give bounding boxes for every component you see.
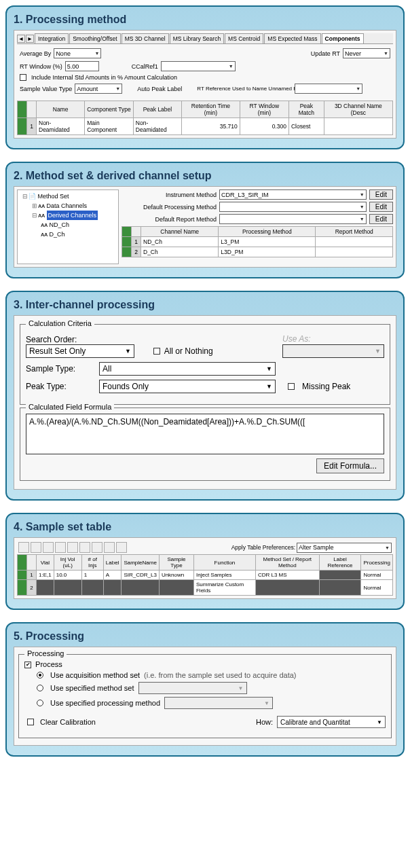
sample-value-type-label: Sample Value Type — [20, 86, 72, 92]
table-row[interactable]: 1 Non-Deamidated Main Component Non-Deam… — [18, 118, 393, 135]
tree-derived-channels[interactable]: Derived Channels — [47, 211, 98, 220]
missing-peak-checkbox[interactable] — [288, 383, 295, 390]
minus-icon[interactable]: ⊟ — [31, 211, 38, 220]
col-proc-method: Processing Method — [219, 227, 316, 237]
radio-acquisition[interactable] — [37, 672, 43, 679]
sample-value-type-select[interactable]: Amount — [75, 84, 122, 94]
table-corner[interactable] — [18, 555, 27, 571]
toolbar-icon[interactable] — [18, 542, 29, 553]
table-corner[interactable] — [122, 227, 132, 237]
col-ctype: Component Type — [85, 101, 134, 118]
tab-prev-icon[interactable]: ◄ — [17, 35, 25, 43]
include-std-checkbox[interactable] — [20, 74, 26, 81]
update-rt-select[interactable]: Never — [343, 48, 390, 58]
toolbar-icon[interactable] — [79, 542, 90, 553]
table-row[interactable]: 2 D_Ch L3D_PM — [122, 247, 393, 257]
apply-select[interactable]: Alter Sample — [297, 543, 392, 553]
tab-integration[interactable]: Integration — [35, 33, 69, 43]
col-report-method: Report Method — [316, 227, 393, 237]
channel-table[interactable]: Channel Name Processing Method Report Me… — [122, 226, 393, 257]
peak-type-select[interactable]: Founds Only — [99, 380, 276, 393]
col-samplename: SampleName — [122, 555, 159, 571]
col-labelref: Label Reference — [319, 555, 361, 571]
all-or-nothing-checkbox[interactable] — [153, 348, 160, 355]
tab-ms3d[interactable]: MS 3D Channel — [122, 33, 169, 43]
radio-specified-ms[interactable] — [37, 685, 43, 691]
auto-peak-label[interactable]: Auto Peak Label — [137, 86, 182, 92]
table-row[interactable]: 1 1:E,1 10.0 1 A SIR_CDR_L3 Unknown Inje… — [18, 571, 393, 580]
opt-specified-pm-label: Use specified processing method — [50, 699, 160, 707]
col-sampletype: Sample Type — [159, 555, 193, 571]
sample-set-table[interactable]: Vial Inj Vol (uL) # of Injs Label Sample… — [17, 554, 393, 596]
tab-smoothing[interactable]: Smoothing/Offset — [69, 33, 121, 43]
formula-textarea[interactable]: A.%.(Area)/(A.%.ND_Ch.SUM((Non_Deamidate… — [26, 414, 384, 454]
tab-next-icon[interactable]: ► — [26, 35, 34, 43]
default-processing-label: Default Processing Method — [122, 204, 217, 211]
process-label: Process — [35, 660, 62, 668]
col-ninjs: # of Injs — [81, 555, 103, 571]
ccalref-label: CCalRef1 — [132, 63, 158, 70]
tab-mscentroid[interactable]: MS Centroid — [225, 33, 263, 43]
toolbar-icon[interactable] — [116, 542, 127, 553]
panel4-title: 4. Sample set table — [14, 521, 396, 533]
col-plabel: Peak Label — [133, 101, 181, 118]
calc-criteria-title: Calculation Criteria — [26, 319, 94, 327]
table-corner[interactable] — [18, 101, 27, 118]
table-row[interactable]: 1 ND_Ch L3_PM — [122, 237, 393, 247]
instrument-method-select[interactable]: CDR_L3_SIR_IM — [219, 189, 367, 200]
table-row[interactable]: 2 Summarize Custom Fields Normal — [18, 580, 393, 596]
default-processing-select[interactable] — [219, 202, 367, 212]
tab-components[interactable]: Components — [322, 33, 364, 43]
process-checkbox[interactable] — [24, 662, 31, 668]
toolbar-icon[interactable] — [55, 542, 66, 553]
how-select[interactable]: Calibrate and Quantitat — [277, 716, 386, 728]
minus-icon[interactable]: ⊟ — [22, 192, 29, 201]
toolbar-icon[interactable] — [104, 542, 115, 553]
col-name: Name — [37, 101, 85, 118]
components-form: Average By None Update RT Never RT Windo… — [17, 44, 393, 101]
tab-msexpected[interactable]: MS Expected Mass — [264, 33, 320, 43]
processing-group: Processing Process Use acquisition metho… — [18, 654, 392, 738]
opt-acquisition-label: Use acquisition method set — [50, 671, 140, 679]
toolbar-icon[interactable] — [67, 542, 78, 553]
panel-sample-set: 4. Sample set table Apply Table Preferen… — [5, 513, 405, 610]
tree-root[interactable]: Method Set — [38, 193, 69, 200]
panel5-inner: Processing Process Use acquisition metho… — [14, 647, 396, 746]
rt-window-input[interactable]: 5.00 — [65, 61, 99, 71]
search-order-select[interactable]: Result Set Only — [26, 344, 134, 358]
sample-type-select[interactable]: All — [99, 362, 276, 376]
panel2-title: 2. Method set & derived channel setup — [14, 170, 396, 182]
panel-inter-channel: 3. Inter-channel processing Calculation … — [5, 291, 405, 501]
rt-ref-select[interactable] — [295, 84, 362, 94]
tree-d-ch[interactable]: D_Ch — [50, 231, 65, 238]
update-rt-label: Update RT — [311, 50, 340, 57]
edit-formula-button[interactable]: Edit Formula... — [316, 458, 384, 473]
formula-group-title: Calculated Field Formula — [26, 403, 114, 411]
ccalref-select[interactable] — [161, 61, 236, 71]
edit-processing-button[interactable]: Edit — [369, 202, 393, 212]
tree-nd-ch[interactable]: ND_Ch — [50, 221, 70, 228]
col-rt: Retention Time (min) — [182, 101, 240, 118]
radio-specified-pm[interactable] — [37, 700, 43, 706]
clear-calibration-label: Clear Calibration — [40, 718, 96, 726]
col-rownum — [27, 101, 37, 118]
tree-data-channels[interactable]: Data Channels — [47, 202, 88, 209]
instrument-method-label: Instrument Method — [122, 192, 217, 198]
col-match: Peak Match — [288, 101, 324, 118]
panel3-title: 3. Inter-channel processing — [14, 299, 396, 311]
default-report-select[interactable] — [219, 214, 367, 224]
toolbar-icon[interactable] — [31, 542, 41, 553]
col-methodset: Method Set / Report Method — [255, 555, 319, 571]
clear-calibration-checkbox[interactable] — [27, 719, 34, 725]
calc-criteria-group: Calculation Criteria Search Order: Resul… — [20, 324, 390, 405]
toolbar-icon[interactable] — [92, 542, 102, 553]
toolbar-icon[interactable] — [43, 542, 54, 553]
edit-report-button[interactable]: Edit — [369, 214, 393, 224]
plus-icon[interactable]: ⊞ — [31, 201, 38, 211]
how-label: How: — [256, 718, 273, 726]
tab-mslib[interactable]: MS Library Search — [170, 33, 224, 43]
average-by-select[interactable]: None — [54, 48, 101, 58]
edit-instrument-button[interactable]: Edit — [369, 189, 393, 200]
components-table[interactable]: Name Component Type Peak Label Retention… — [17, 101, 393, 135]
method-tree[interactable]: ⊟📄 Method Set ⊞ᴀᴀ Data Channels ⊟ᴀᴀ Deri… — [17, 189, 119, 264]
